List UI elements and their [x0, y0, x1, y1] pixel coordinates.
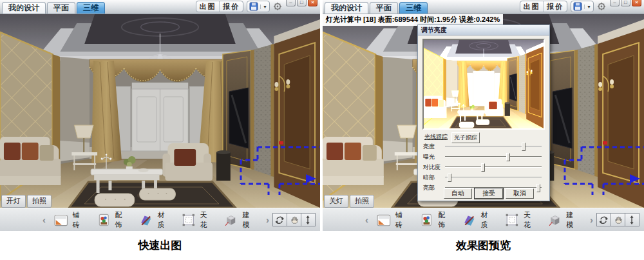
render-output-button[interactable]: 出图 [520, 1, 544, 12]
hand-icon [289, 215, 299, 225]
toolbar-prev-arrow[interactable]: ‹ [365, 214, 368, 225]
save-dropdown-arrow[interactable]: ▼ [584, 5, 591, 9]
tool-tile[interactable]: 铺砖 [54, 210, 88, 230]
model-icon [224, 213, 238, 227]
orbit-icon [275, 215, 285, 225]
up-down-arrow-icon [303, 215, 313, 225]
restore-button[interactable]: □ [297, 0, 307, 6]
render-viewport[interactable]: 开灯 拍照 [0, 14, 320, 208]
close-button[interactable]: × [632, 0, 641, 6]
header-bar: 我的设计 平面 三维 出图 报价 ▼ – □ × [0, 0, 320, 14]
header-button-group: 出图 报价 [196, 1, 243, 12]
slider-track[interactable] [445, 146, 542, 147]
window-controls: – □ × [609, 0, 641, 14]
tab-plan[interactable]: 平面 [47, 2, 75, 14]
slider-thumb[interactable] [448, 174, 451, 182]
auto-button[interactable]: 自动 [444, 188, 472, 199]
quote-button[interactable]: 报价 [220, 1, 243, 12]
material-icon [462, 213, 477, 227]
save-icon [249, 2, 258, 11]
camera-path-overlay [556, 140, 644, 208]
decor-icon [419, 213, 433, 227]
gear-icon[interactable] [597, 2, 606, 11]
elevate-tool[interactable] [625, 213, 639, 226]
restore-button[interactable]: □ [621, 0, 630, 6]
brightness-slider[interactable]: 亮度 [423, 142, 543, 150]
light-on-tab[interactable]: 开灯 [1, 195, 26, 208]
render-preview-image [422, 39, 545, 130]
panel-quick-render: 我的设计 平面 三维 出图 报价 ▼ – □ × 开灯 [0, 0, 320, 231]
cancel-button[interactable]: 取消 [506, 188, 534, 199]
header-bar: 我的设计 平面 三维 出图 报价 ▼ – □ × [323, 0, 644, 14]
tool-decor[interactable]: 配饰 [419, 210, 453, 230]
up-down-arrow-icon [627, 215, 637, 225]
window-controls: – □ × [285, 0, 317, 14]
tab-my-design[interactable]: 我的设计 [2, 2, 46, 14]
tool-material[interactable]: 材质 [462, 210, 496, 230]
tab-my-design[interactable]: 我的设计 [325, 2, 368, 14]
tool-material[interactable]: 材质 [139, 210, 173, 230]
quote-button[interactable]: 报价 [544, 1, 567, 12]
model-icon [548, 213, 562, 227]
pan-tool[interactable] [611, 213, 625, 226]
light-off-tab[interactable]: 关灯 [324, 195, 348, 208]
toolbar-next-arrow[interactable]: › [266, 214, 269, 225]
material-icon [139, 213, 153, 227]
tab-plan[interactable]: 平面 [370, 2, 398, 14]
tab-3d[interactable]: 三维 [399, 2, 428, 14]
slider-track[interactable] [445, 166, 542, 168]
adjust-brightness-dialog: 调节亮度 光线跟踪 光子跟踪 亮度 曝光 对比度 暗部 [417, 25, 550, 201]
tool-decor[interactable]: 配饰 [97, 210, 130, 230]
close-button[interactable]: × [308, 0, 317, 6]
slider-track[interactable] [445, 156, 542, 157]
pan-tool[interactable] [287, 213, 301, 226]
contrast-slider[interactable]: 对比度 [423, 163, 543, 171]
snapshot-tab[interactable]: 拍照 [350, 195, 374, 208]
orbit-icon [599, 215, 609, 225]
view-tools [273, 213, 316, 226]
dialog-title[interactable]: 调节亮度 [418, 25, 549, 35]
slider-track[interactable] [445, 177, 542, 178]
gear-icon[interactable] [273, 2, 282, 11]
ceiling-icon [505, 213, 519, 227]
toolbar-next-arrow[interactable]: › [590, 214, 593, 225]
elevate-tool[interactable] [301, 213, 316, 226]
decor-icon [97, 213, 111, 227]
hand-icon [613, 215, 623, 225]
shadows-slider[interactable]: 暗部 [423, 173, 543, 181]
minimize-button[interactable]: – [610, 0, 620, 6]
ceiling-icon [182, 213, 196, 227]
tool-model[interactable]: 建模 [224, 210, 258, 230]
save-button[interactable]: ▼ [571, 1, 594, 12]
tab-3d[interactable]: 三维 [77, 2, 105, 14]
minimize-button[interactable]: – [286, 0, 296, 6]
dialog-buttons: 自动 接受 取消 [418, 188, 549, 199]
tile-icon [54, 213, 68, 227]
snapshot-tab[interactable]: 拍照 [27, 195, 52, 208]
save-icon [573, 2, 582, 11]
slider-thumb[interactable] [522, 143, 526, 151]
slider-thumb[interactable] [481, 163, 485, 172]
viewport-tabs: 开灯 拍照 [1, 195, 52, 208]
render-output-button[interactable]: 出图 [196, 1, 220, 12]
orbit-tool[interactable] [596, 213, 611, 226]
tool-ceiling[interactable]: 天花 [505, 210, 538, 230]
view-tools [597, 213, 639, 226]
header-button-group: 出图 报价 [520, 1, 567, 12]
app-window: 我的设计 平面 三维 出图 报价 ▼ – □ × 开灯 [0, 0, 644, 260]
bottom-toolbar: ‹ 铺砖 配饰 材质 天花 建模 › [323, 208, 644, 231]
viewport-tabs: 关灯 拍照 [324, 195, 374, 208]
exposure-slider[interactable]: 曝光 [423, 152, 543, 161]
caption-quick-render: 快速出图 [0, 231, 320, 260]
orbit-tool[interactable] [272, 213, 287, 226]
save-button[interactable]: ▼ [247, 1, 270, 12]
bottom-toolbar: ‹ 铺砖 配饰 材质 天花 建模 › [0, 208, 320, 231]
accept-button[interactable]: 接受 [475, 188, 503, 199]
tool-model[interactable]: 建模 [548, 210, 582, 230]
panel-render-preview: 我的设计 平面 三维 出图 报价 ▼ – □ × 灯光计算中 [18] 表面:6… [323, 0, 644, 231]
save-dropdown-arrow[interactable]: ▼ [260, 5, 267, 9]
tool-tile[interactable]: 铺砖 [377, 210, 410, 230]
slider-thumb[interactable] [506, 153, 510, 161]
tool-ceiling[interactable]: 天花 [182, 210, 215, 230]
toolbar-prev-arrow[interactable]: ‹ [43, 214, 46, 225]
